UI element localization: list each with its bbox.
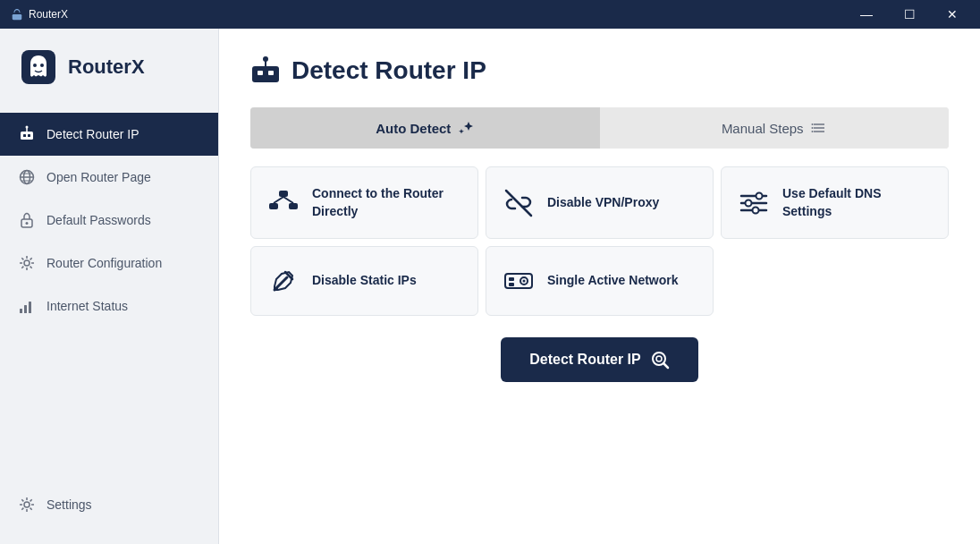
sidebar-item-detect-router-ip[interactable]: Detect Router IP bbox=[0, 113, 218, 156]
card-label-disable-static-ips: Disable Static IPs bbox=[312, 272, 417, 290]
network-card-icon bbox=[503, 265, 535, 297]
svg-point-27 bbox=[811, 123, 813, 125]
svg-rect-20 bbox=[252, 66, 279, 82]
logo-icon bbox=[18, 47, 59, 88]
svg-point-39 bbox=[756, 192, 763, 199]
svg-point-23 bbox=[263, 56, 268, 62]
sidebar-label-default-passwords: Default Passwords bbox=[46, 213, 151, 227]
svg-rect-17 bbox=[24, 305, 27, 313]
svg-point-43 bbox=[275, 287, 278, 291]
svg-point-3 bbox=[40, 64, 44, 67]
card-default-dns: Use Default DNS Settings bbox=[721, 166, 949, 239]
no-link-icon bbox=[503, 187, 535, 219]
empty-cell bbox=[721, 246, 949, 316]
svg-point-28 bbox=[811, 127, 813, 129]
detect-btn-icon bbox=[650, 350, 670, 370]
sidebar-item-router-configuration[interactable]: Router Configuration bbox=[0, 242, 218, 285]
svg-point-41 bbox=[753, 207, 759, 213]
card-label-connect-directly: Connect to the Router Directly bbox=[312, 185, 461, 220]
sidebar-item-default-passwords[interactable]: Default Passwords bbox=[0, 199, 218, 242]
card-single-active-network: Single Active Network bbox=[486, 246, 714, 316]
main-layout: RouterX Detect Router IP bbox=[0, 29, 980, 544]
page-header-icon bbox=[250, 55, 281, 86]
tab-manual-steps[interactable]: Manual Steps bbox=[600, 107, 950, 149]
svg-point-15 bbox=[24, 260, 30, 266]
svg-rect-4 bbox=[21, 132, 33, 140]
network-connect-icon bbox=[267, 187, 300, 219]
sidebar-label-detect-router-ip: Detect Router IP bbox=[46, 127, 139, 141]
card-label-default-dns: Use Default DNS Settings bbox=[782, 185, 932, 220]
svg-rect-18 bbox=[29, 302, 31, 313]
card-label-disable-vpn: Disable VPN/Proxy bbox=[547, 194, 659, 212]
tabs-container: Auto Detect Manual Steps bbox=[250, 107, 949, 149]
svg-line-33 bbox=[274, 197, 283, 203]
svg-rect-46 bbox=[509, 283, 514, 286]
logo-area: RouterX bbox=[0, 47, 218, 113]
settings-icon bbox=[18, 254, 36, 272]
card-disable-static-ips: Disable Static IPs bbox=[250, 246, 478, 316]
svg-point-14 bbox=[26, 222, 29, 225]
svg-rect-6 bbox=[28, 134, 30, 137]
auto-detect-icon bbox=[458, 120, 474, 136]
svg-point-19 bbox=[24, 502, 30, 507]
manual-steps-label: Manual Steps bbox=[722, 121, 804, 136]
title-bar: RouterX — ☐ ✕ bbox=[0, 0, 980, 29]
nav-items: Detect Router IP Open Router Page bbox=[0, 113, 218, 483]
svg-rect-16 bbox=[20, 309, 22, 313]
svg-rect-32 bbox=[279, 191, 288, 197]
svg-rect-21 bbox=[258, 71, 263, 75]
page-title: Detect Router IP bbox=[291, 56, 486, 85]
svg-line-34 bbox=[283, 197, 293, 203]
card-disable-vpn: Disable VPN/Proxy bbox=[486, 166, 714, 239]
close-button[interactable]: ✕ bbox=[932, 0, 973, 29]
nav-bottom: Settings bbox=[0, 483, 218, 526]
svg-rect-22 bbox=[268, 71, 274, 75]
svg-rect-31 bbox=[289, 203, 298, 209]
maximize-button[interactable]: ☐ bbox=[889, 0, 930, 29]
settings-label: Settings bbox=[46, 497, 92, 512]
sidebar-label-open-router-page: Open Router Page bbox=[46, 170, 151, 184]
detect-router-icon bbox=[18, 125, 36, 143]
app-icon bbox=[11, 8, 23, 21]
svg-point-51 bbox=[656, 356, 662, 361]
svg-line-35 bbox=[506, 191, 531, 216]
title-bar-controls: — ☐ ✕ bbox=[846, 0, 973, 29]
content-area: Detect Router IP Auto Detect Manual Step… bbox=[219, 29, 980, 544]
sidebar-item-settings[interactable]: Settings bbox=[0, 483, 218, 526]
sidebar-item-internet-status[interactable]: Internet Status bbox=[0, 285, 218, 327]
svg-point-48 bbox=[523, 280, 526, 283]
sidebar: RouterX Detect Router IP bbox=[0, 29, 219, 544]
tab-auto-detect[interactable]: Auto Detect bbox=[250, 107, 600, 149]
svg-point-40 bbox=[746, 200, 752, 206]
svg-rect-5 bbox=[23, 134, 26, 137]
sidebar-label-router-configuration: Router Configuration bbox=[46, 256, 162, 270]
card-connect-directly: Connect to the Router Directly bbox=[250, 166, 478, 239]
svg-point-29 bbox=[811, 131, 813, 132]
minimize-button[interactable]: — bbox=[846, 0, 887, 29]
bar-chart-icon bbox=[18, 297, 36, 315]
detect-btn-row: Detect Router IP bbox=[250, 337, 949, 382]
page-header: Detect Router IP bbox=[250, 55, 949, 86]
app-title: RouterX bbox=[29, 8, 68, 21]
cards-grid: Connect to the Router Directly Disable V… bbox=[250, 166, 949, 316]
sidebar-label-internet-status: Internet Status bbox=[46, 299, 128, 313]
logo-text: RouterX bbox=[68, 55, 145, 79]
svg-rect-45 bbox=[509, 277, 514, 281]
auto-detect-label: Auto Detect bbox=[376, 121, 451, 136]
lock-icon bbox=[18, 211, 36, 229]
title-bar-left: RouterX bbox=[11, 8, 68, 21]
card-label-single-active-network: Single Active Network bbox=[547, 272, 679, 290]
sidebar-item-open-router-page[interactable]: Open Router Page bbox=[0, 156, 218, 199]
globe-icon bbox=[18, 168, 36, 186]
detect-btn-label: Detect Router IP bbox=[529, 352, 640, 368]
svg-rect-30 bbox=[269, 203, 278, 209]
svg-point-7 bbox=[26, 126, 29, 129]
svg-point-2 bbox=[33, 64, 37, 67]
sliders-icon bbox=[738, 187, 770, 219]
manual-steps-icon bbox=[811, 120, 827, 136]
tools-icon bbox=[267, 265, 300, 297]
svg-rect-0 bbox=[13, 14, 22, 20]
svg-line-50 bbox=[663, 363, 668, 368]
settings-gear-icon bbox=[18, 496, 36, 514]
detect-router-ip-button[interactable]: Detect Router IP bbox=[501, 337, 697, 382]
